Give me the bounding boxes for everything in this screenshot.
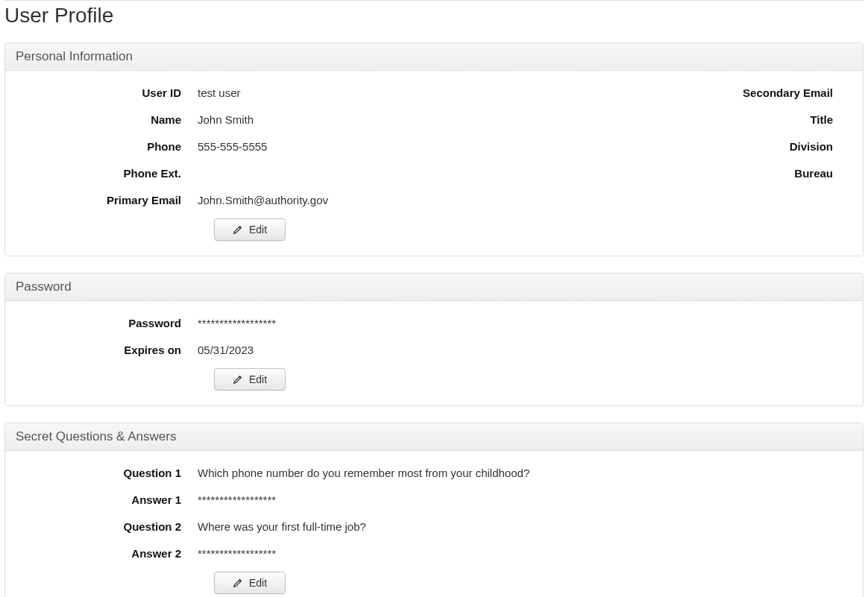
field-primary-email: Primary Email John.Smith@authority.gov — [19, 192, 423, 208]
edit-secret-button[interactable]: Edit — [214, 572, 286, 594]
field-phone-ext: Phone Ext. — [19, 165, 423, 181]
top-divider — [4, 0, 864, 1]
field-user-id: User ID test user — [19, 84, 423, 101]
pencil-icon — [233, 578, 243, 588]
panel-header-secret: Secret Questions & Answers — [5, 423, 863, 451]
label-phone: Phone — [19, 140, 198, 153]
panel-header-personal: Personal Information — [5, 43, 863, 71]
field-name: Name John Smith — [19, 111, 423, 127]
panel-personal-information: Personal Information User ID test user N… — [4, 42, 864, 256]
value-user-id: test user — [198, 86, 241, 99]
edit-password-button[interactable]: Edit — [214, 368, 286, 391]
value-question-2: Where was your first full-time job? — [198, 520, 366, 533]
value-primary-email: John.Smith@authority.gov — [198, 194, 328, 206]
field-question-1: Question 1 Which phone number do you rem… — [19, 464, 849, 481]
label-primary-email: Primary Email — [19, 194, 198, 206]
label-phone-ext: Phone Ext. — [19, 167, 198, 180]
field-answer-2: Answer 2 ****************** — [19, 545, 849, 561]
value-password: ****************** — [198, 317, 276, 329]
value-expires-on: 05/31/2023 — [198, 344, 254, 356]
value-question-1: Which phone number do you remember most … — [198, 467, 529, 479]
field-secondary-email: Secondary Email — [445, 84, 849, 101]
field-answer-1: Answer 1 ****************** — [19, 491, 849, 508]
field-division: Division — [445, 138, 849, 154]
label-question-1: Question 1 — [19, 467, 198, 479]
edit-button-label: Edit — [249, 373, 267, 385]
field-phone: Phone 555-555-5555 — [19, 138, 423, 154]
field-expires-on: Expires on 05/31/2023 — [19, 341, 849, 358]
label-division: Division — [445, 140, 849, 153]
pencil-icon — [233, 224, 243, 235]
label-user-id: User ID — [19, 86, 198, 99]
edit-button-label: Edit — [249, 577, 267, 589]
label-bureau: Bureau — [445, 167, 849, 180]
value-name: John Smith — [198, 113, 254, 126]
edit-personal-button[interactable]: Edit — [214, 218, 286, 241]
label-title: Title — [445, 113, 849, 126]
field-password: Password ****************** — [19, 315, 849, 331]
value-answer-2: ****************** — [198, 547, 276, 560]
label-name: Name — [19, 113, 198, 126]
panel-secret-questions: Secret Questions & Answers Question 1 Wh… — [4, 423, 864, 597]
label-expires-on: Expires on — [19, 344, 198, 356]
value-answer-1: ****************** — [198, 493, 276, 506]
page-title: User Profile — [4, 4, 864, 28]
label-answer-1: Answer 1 — [19, 493, 198, 506]
pencil-icon — [233, 374, 243, 385]
label-answer-2: Answer 2 — [19, 547, 198, 560]
panel-password: Password Password ****************** Exp… — [4, 273, 864, 406]
edit-button-label: Edit — [249, 224, 267, 236]
label-question-2: Question 2 — [19, 520, 198, 533]
field-bureau: Bureau — [445, 165, 849, 181]
panel-header-password: Password — [5, 274, 863, 301]
label-password: Password — [19, 317, 198, 329]
label-secondary-email: Secondary Email — [445, 86, 849, 99]
field-question-2: Question 2 Where was your first full-tim… — [19, 518, 849, 534]
field-title: Title — [445, 111, 849, 127]
value-phone: 555-555-5555 — [198, 140, 267, 153]
